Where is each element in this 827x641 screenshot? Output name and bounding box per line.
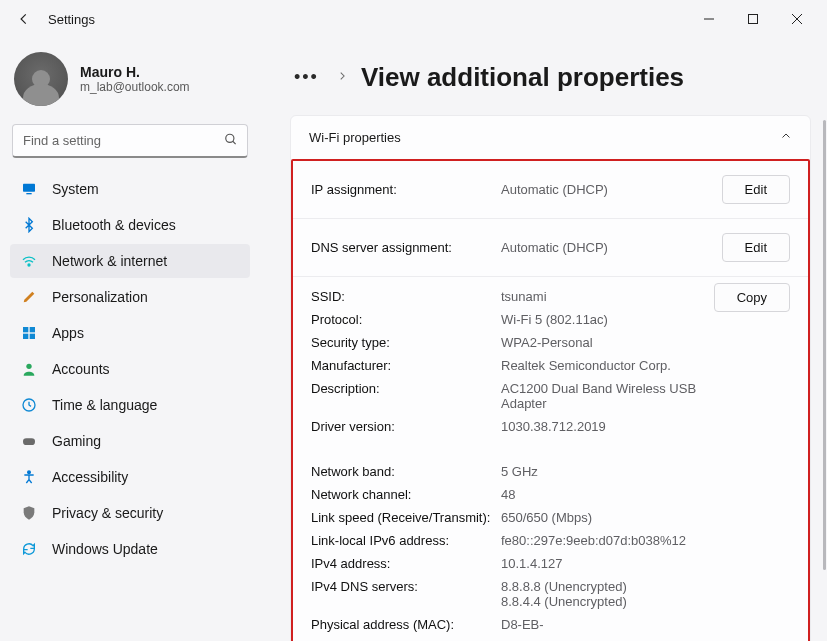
sidebar-item-label: Accounts [52, 361, 110, 377]
wifi-properties-card: Wi-Fi properties IP assignment: Automati… [290, 115, 811, 641]
sidebar-nav: System Bluetooth & devices Network & int… [10, 172, 250, 566]
copy-button[interactable]: Copy [714, 283, 790, 312]
user-block[interactable]: Mauro H. m_lab@outlook.com [10, 44, 250, 124]
sidebar-item-label: Gaming [52, 433, 101, 449]
minimize-button[interactable] [687, 4, 731, 34]
sidebar-item-label: Windows Update [52, 541, 158, 557]
search-input[interactable] [12, 124, 248, 158]
sidebar-item-label: Network & internet [52, 253, 167, 269]
dns-assignment-label: DNS server assignment: [311, 240, 501, 255]
search-wrap [12, 124, 248, 158]
user-email: m_lab@outlook.com [80, 80, 190, 94]
info-value: 650/650 (Mbps) [501, 510, 721, 525]
sidebar-item-network[interactable]: Network & internet [10, 244, 250, 278]
ip-assignment-label: IP assignment: [311, 182, 501, 197]
info-line: Manufacturer:Realtek Semiconductor Corp. [311, 354, 790, 377]
dns-assignment-row: DNS server assignment: Automatic (DHCP) … [293, 219, 808, 277]
user-name: Mauro H. [80, 64, 190, 80]
sidebar-item-label: Bluetooth & devices [52, 217, 176, 233]
svg-rect-11 [23, 334, 28, 339]
clock-icon [20, 396, 38, 414]
sidebar-item-update[interactable]: Windows Update [10, 532, 250, 566]
sidebar-item-apps[interactable]: Apps [10, 316, 250, 350]
sidebar-item-privacy[interactable]: Privacy & security [10, 496, 250, 530]
network-info-block-2: Network band:5 GHzNetwork channel:48Link… [293, 452, 808, 641]
sidebar-item-label: Privacy & security [52, 505, 163, 521]
svg-rect-15 [23, 438, 35, 445]
scrollbar[interactable] [823, 120, 826, 570]
sidebar: Mauro H. m_lab@outlook.com System Blueto… [0, 38, 260, 641]
info-label: Physical address (MAC): [311, 617, 501, 632]
sidebar-item-accessibility[interactable]: Accessibility [10, 460, 250, 494]
info-value: 48 [501, 487, 721, 502]
ip-assignment-row: IP assignment: Automatic (DHCP) Edit [293, 161, 808, 219]
sidebar-item-label: Accessibility [52, 469, 128, 485]
info-line: Network band:5 GHz [311, 460, 790, 483]
info-value: 10.1.4.127 [501, 556, 721, 571]
info-label: Network band: [311, 464, 501, 479]
sidebar-item-label: System [52, 181, 99, 197]
sidebar-item-bluetooth[interactable]: Bluetooth & devices [10, 208, 250, 242]
info-label: SSID: [311, 289, 501, 304]
maximize-button[interactable] [731, 4, 775, 34]
sidebar-item-gaming[interactable]: Gaming [10, 424, 250, 458]
svg-rect-10 [30, 327, 35, 332]
svg-point-8 [28, 264, 30, 266]
svg-rect-12 [30, 334, 35, 339]
sidebar-item-system[interactable]: System [10, 172, 250, 206]
info-line: Driver version:1030.38.712.2019 [311, 415, 790, 438]
info-label: Protocol: [311, 312, 501, 327]
info-label: Network channel: [311, 487, 501, 502]
sidebar-item-label: Personalization [52, 289, 148, 305]
window-title: Settings [48, 12, 687, 27]
sidebar-item-accounts[interactable]: Accounts [10, 352, 250, 386]
info-label: IPv4 DNS servers: [311, 579, 501, 609]
edit-dns-button[interactable]: Edit [722, 233, 790, 262]
info-line: IPv4 address:10.1.4.127 [311, 552, 790, 575]
page-title: View additional properties [361, 62, 684, 93]
close-button[interactable] [775, 4, 819, 34]
info-value: D8-EB- [501, 617, 721, 632]
network-info-block-1: Copy SSID:tsunamiProtocol:Wi-Fi 5 (802.1… [293, 277, 808, 452]
info-line: Link-local IPv6 address:fe80::297e:9eeb:… [311, 529, 790, 552]
gamepad-icon [20, 432, 38, 450]
info-value: Wi-Fi 5 (802.11ac) [501, 312, 721, 327]
info-line: Description:AC1200 Dual Band Wireless US… [311, 377, 790, 415]
avatar [14, 52, 68, 106]
info-label: Driver version: [311, 419, 501, 434]
info-value: Realtek Semiconductor Corp. [501, 358, 721, 373]
info-value: WPA2-Personal [501, 335, 721, 350]
info-value: 1030.38.712.2019 [501, 419, 721, 434]
ip-assignment-value: Automatic (DHCP) [501, 182, 722, 197]
update-icon [20, 540, 38, 558]
info-label: Manufacturer: [311, 358, 501, 373]
shield-icon [20, 504, 38, 522]
info-label: Description: [311, 381, 501, 411]
window-controls [687, 4, 819, 34]
person-icon [20, 360, 38, 378]
info-value: 5 GHz [501, 464, 721, 479]
breadcrumb-overflow-button[interactable]: ••• [290, 63, 323, 92]
info-value: fe80::297e:9eeb:d07d:b038%12 [501, 533, 721, 548]
apps-icon [20, 324, 38, 342]
chevron-right-icon [337, 69, 347, 86]
back-button[interactable] [8, 12, 40, 26]
info-label: Link speed (Receive/Transmit): [311, 510, 501, 525]
brush-icon [20, 288, 38, 306]
card-header[interactable]: Wi-Fi properties [291, 116, 810, 159]
info-line: Link speed (Receive/Transmit):650/650 (M… [311, 506, 790, 529]
dns-assignment-value: Automatic (DHCP) [501, 240, 722, 255]
system-icon [20, 180, 38, 198]
svg-point-13 [26, 364, 31, 369]
sidebar-item-time[interactable]: Time & language [10, 388, 250, 422]
card-header-title: Wi-Fi properties [309, 130, 401, 145]
sidebar-item-personalization[interactable]: Personalization [10, 280, 250, 314]
edit-ip-button[interactable]: Edit [722, 175, 790, 204]
info-line: Network channel:48 [311, 483, 790, 506]
info-label: Link-local IPv6 address: [311, 533, 501, 548]
svg-rect-6 [23, 184, 35, 192]
chevron-up-icon [780, 130, 792, 145]
info-value: 8.8.8.8 (Unencrypted) 8.8.4.4 (Unencrypt… [501, 579, 721, 609]
svg-rect-1 [749, 15, 758, 24]
title-bar: Settings [0, 0, 827, 38]
